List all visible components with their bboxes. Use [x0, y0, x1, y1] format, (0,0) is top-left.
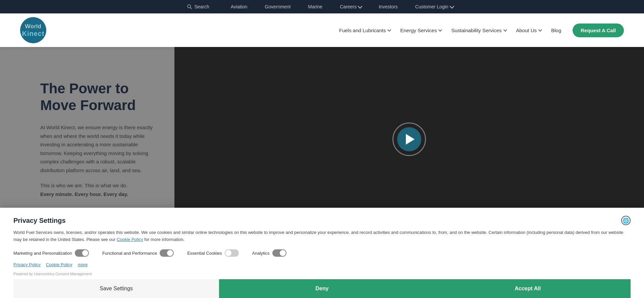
toggle-analytics-switch[interactable]: ✕ — [272, 249, 286, 257]
play-button[interactable] — [392, 122, 426, 156]
privacy-overlay: Privacy Settings 🌐 World Fuel Services o… — [0, 208, 644, 298]
chevron-down-icon — [387, 28, 391, 32]
search-label: Search — [194, 4, 209, 9]
request-call-button[interactable]: Request A Call — [573, 23, 624, 37]
toggle-marketing-label: Marketing and Personalization — [13, 251, 72, 256]
logo-kinect: Kinect — [22, 30, 44, 38]
top-nav-marine[interactable]: Marine — [304, 1, 326, 12]
save-settings-button[interactable]: Save Settings — [13, 279, 219, 298]
accept-all-button[interactable]: Accept All — [425, 279, 631, 298]
toggle-functional-switch[interactable]: ✕ — [160, 249, 174, 257]
globe-icon[interactable]: 🌐 — [621, 216, 631, 225]
powered-by: Powered by Usercentrics Consent Manageme… — [13, 272, 631, 276]
top-nav-government[interactable]: Government — [261, 1, 294, 12]
cookie-toggles: Marketing and Personalization ✕ Function… — [13, 249, 631, 257]
top-nav-investors[interactable]: Investors — [375, 1, 402, 12]
logo[interactable]: World Kinect — [20, 17, 46, 43]
toggle-functional: Functional and Performance ✕ — [102, 249, 174, 257]
privacy-policy-link[interactable]: Privacy Policy — [13, 262, 41, 267]
toggle-functional-label: Functional and Performance — [102, 251, 157, 256]
toggle-essential: Essential Cookies — [187, 249, 238, 257]
hero-video[interactable] — [174, 47, 644, 232]
toggle-knob — [225, 250, 231, 256]
chevron-down-icon — [358, 4, 362, 9]
play-button-inner — [397, 127, 421, 151]
hero-section: The Power to Move Forward At World Kinec… — [0, 47, 644, 232]
chevron-down-icon — [449, 4, 454, 9]
svg-point-0 — [187, 5, 191, 8]
top-nav-aviation[interactable]: Aviation — [227, 1, 252, 12]
privacy-title-row: Privacy Settings 🌐 — [13, 216, 631, 225]
nav-about-us[interactable]: About Us — [512, 25, 545, 36]
nav-blog[interactable]: Blog — [547, 25, 565, 36]
cookie-policy-footer-link[interactable]: Cookie Policy — [46, 262, 72, 267]
svg-line-1 — [191, 7, 192, 9]
hero-description: At World Kinect, we ensure energy is the… — [40, 123, 154, 175]
chevron-down-icon — [503, 28, 507, 32]
toggle-essential-switch[interactable] — [225, 249, 239, 257]
privacy-description: World Fuel Services owns, licenses, and/… — [13, 229, 631, 243]
privacy-links: Privacy Policy Cookie Policy more — [13, 262, 631, 267]
nav-fuels-lubricants[interactable]: Fuels and Lubricants — [335, 25, 394, 36]
toggle-marketing-switch[interactable]: ✕ — [75, 249, 89, 257]
top-bar: Search Aviation Government Marine Career… — [0, 0, 644, 13]
chevron-down-icon — [438, 28, 442, 32]
privacy-title-text: Privacy Settings — [13, 217, 66, 225]
top-nav-careers[interactable]: Careers — [336, 1, 365, 12]
logo-text: World Kinect — [22, 23, 44, 38]
main-nav-links: Fuels and Lubricants Energy Services Sus… — [335, 23, 624, 37]
search-icon — [187, 4, 192, 9]
deny-button[interactable]: Deny — [219, 279, 425, 298]
chevron-down-icon — [538, 28, 542, 32]
hero-content: The Power to Move Forward At World Kinec… — [0, 47, 174, 232]
search-button[interactable]: Search — [187, 4, 209, 9]
cookie-policy-link[interactable]: Cookie Policy — [117, 237, 143, 242]
logo-world: World — [25, 23, 41, 30]
logo-circle: World Kinect — [20, 17, 46, 43]
top-nav-customer-login[interactable]: Customer Login — [411, 1, 457, 12]
main-nav: World Kinect Fuels and Lubricants Energy… — [0, 13, 644, 47]
play-triangle-icon — [406, 134, 415, 145]
toggle-marketing: Marketing and Personalization ✕ — [13, 249, 89, 257]
toggle-essential-label: Essential Cookies — [187, 251, 222, 256]
toggle-analytics-label: Analytics — [252, 251, 270, 256]
nav-energy-services[interactable]: Energy Services — [396, 25, 445, 36]
top-nav: Aviation Government Marine Careers Inves… — [227, 1, 457, 12]
more-link[interactable]: more — [78, 262, 88, 267]
toggle-analytics: Analytics ✕ — [252, 249, 286, 257]
hero-tagline: This is who we are. This is what we do. … — [40, 181, 154, 198]
nav-sustainability-services[interactable]: Sustainability Services — [447, 25, 510, 36]
privacy-buttons: Save Settings Deny Accept All — [13, 279, 631, 298]
hero-title: The Power to Move Forward — [40, 80, 154, 114]
